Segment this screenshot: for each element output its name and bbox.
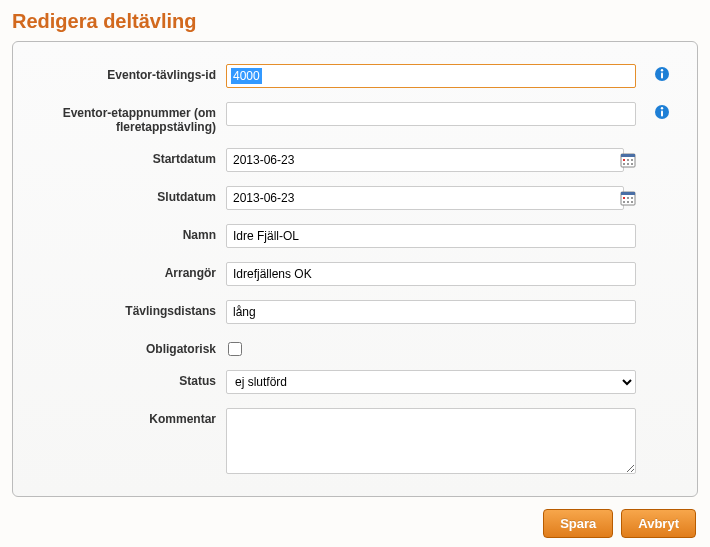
- info-icon[interactable]: [654, 104, 670, 120]
- svg-rect-16: [623, 197, 625, 199]
- action-bar: Spara Avbryt: [12, 509, 698, 538]
- svg-rect-21: [631, 201, 633, 203]
- label-stage-no: Eventor-etappnummer (om fleretappstävlin…: [31, 102, 226, 134]
- label-eventor-id: Eventor-tävlings-id: [31, 64, 226, 82]
- svg-rect-10: [631, 159, 633, 161]
- checkbox-mandatory[interactable]: [228, 342, 242, 356]
- cancel-button[interactable]: Avbryt: [621, 509, 696, 538]
- input-name[interactable]: [226, 224, 636, 248]
- input-eventor-id[interactable]: 4000: [226, 64, 636, 88]
- input-start-date[interactable]: [226, 148, 624, 172]
- select-status[interactable]: ej slutförd: [226, 370, 636, 394]
- label-mandatory: Obligatorisk: [31, 338, 226, 356]
- svg-rect-12: [627, 163, 629, 165]
- svg-rect-7: [621, 154, 635, 157]
- label-name: Namn: [31, 224, 226, 242]
- label-status: Status: [31, 370, 226, 388]
- svg-rect-15: [621, 192, 635, 195]
- label-comment: Kommentar: [31, 408, 226, 426]
- save-button[interactable]: Spara: [543, 509, 613, 538]
- svg-rect-19: [623, 201, 625, 203]
- svg-rect-13: [631, 163, 633, 165]
- input-distance[interactable]: [226, 300, 636, 324]
- page-title: Redigera deltävling: [12, 10, 698, 33]
- label-distance: Tävlingsdistans: [31, 300, 226, 318]
- svg-rect-11: [623, 163, 625, 165]
- svg-rect-18: [631, 197, 633, 199]
- label-end-date: Slutdatum: [31, 186, 226, 204]
- input-eventor-id-selection: 4000: [231, 68, 262, 84]
- info-icon[interactable]: [654, 66, 670, 82]
- svg-rect-1: [661, 73, 663, 79]
- label-organiser: Arrangör: [31, 262, 226, 280]
- label-start-date: Startdatum: [31, 148, 226, 166]
- input-stage-no[interactable]: [226, 102, 636, 126]
- svg-rect-17: [627, 197, 629, 199]
- svg-point-5: [661, 107, 663, 109]
- svg-rect-8: [623, 159, 625, 161]
- svg-rect-20: [627, 201, 629, 203]
- textarea-comment[interactable]: [226, 408, 636, 474]
- form-panel: Eventor-tävlings-id 4000 Eventor-etappnu…: [12, 41, 698, 497]
- input-end-date[interactable]: [226, 186, 624, 210]
- svg-point-2: [661, 69, 663, 71]
- svg-rect-4: [661, 111, 663, 117]
- calendar-icon[interactable]: [620, 152, 636, 168]
- calendar-icon[interactable]: [620, 190, 636, 206]
- svg-rect-9: [627, 159, 629, 161]
- input-organiser[interactable]: [226, 262, 636, 286]
